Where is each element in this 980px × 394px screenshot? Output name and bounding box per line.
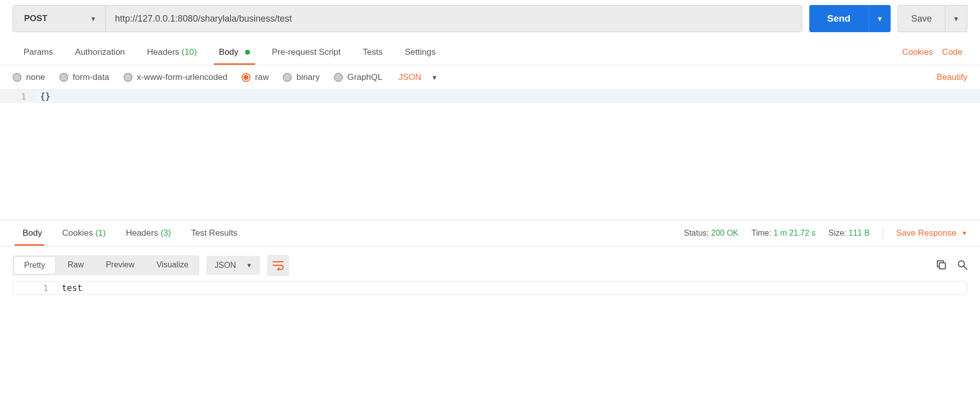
body-type-formdata-label: form-data — [73, 72, 109, 82]
line-number: 1 — [13, 283, 58, 293]
tab-settings[interactable]: Settings — [394, 40, 446, 64]
svg-rect-1 — [939, 263, 945, 269]
url-input[interactable] — [106, 6, 802, 32]
modified-dot-icon — [245, 50, 250, 55]
save-button[interactable]: Save — [898, 5, 945, 32]
body-type-formdata[interactable]: form-data — [59, 72, 109, 82]
response-tab-cookies-count: (1) — [95, 228, 106, 238]
send-button[interactable]: Send — [809, 5, 869, 32]
request-body-editor[interactable]: 1 {} — [0, 90, 980, 220]
response-language-label: JSON — [214, 261, 236, 270]
view-visualize[interactable]: Visualize — [146, 255, 200, 275]
radio-selected-icon — [241, 73, 251, 82]
save-response-label: Save Response — [896, 228, 956, 238]
chevron-down-icon: ▼ — [431, 74, 438, 81]
chevron-down-icon: ▼ — [90, 15, 96, 23]
tab-body[interactable]: Body — [208, 40, 261, 64]
time-value: 1 m 21.72 s — [774, 229, 816, 237]
status-value: 200 OK — [711, 229, 739, 237]
response-tab-body[interactable]: Body — [13, 221, 52, 245]
svg-line-3 — [964, 266, 967, 269]
tab-params[interactable]: Params — [13, 40, 64, 64]
body-type-xwww-label: x-www-form-urlencoded — [137, 72, 227, 82]
response-tab-testresults[interactable]: Test Results — [181, 221, 248, 245]
chevron-down-icon: ▼ — [961, 230, 967, 237]
radio-icon — [124, 73, 133, 82]
view-preview[interactable]: Preview — [95, 255, 146, 275]
size-value: 111 B — [848, 229, 870, 237]
status-label: Status: — [684, 229, 709, 237]
body-type-binary[interactable]: binary — [283, 72, 319, 82]
chevron-down-icon: ▼ — [246, 262, 252, 269]
search-icon — [957, 260, 967, 270]
body-language-label: JSON — [399, 72, 421, 82]
time-group: Time: 1 m 21.72 s — [752, 229, 815, 238]
response-body-editor[interactable]: 1 test — [13, 281, 967, 295]
tab-headers[interactable]: Headers (10) — [136, 40, 208, 64]
save-response-button[interactable]: Save Response ▼ — [896, 228, 967, 238]
body-type-graphql-label: GraphQL — [347, 72, 383, 82]
body-language-select[interactable]: JSON ▼ — [399, 72, 438, 82]
response-tab-cookies-label: Cookies — [62, 228, 93, 238]
line-number: 1 — [0, 92, 35, 102]
copy-icon — [936, 260, 946, 270]
size-group: Size: 111 B — [828, 229, 870, 238]
divider — [883, 227, 883, 240]
time-label: Time: — [752, 229, 771, 237]
tab-headers-count: (10) — [182, 47, 197, 57]
response-language-select[interactable]: JSON ▼ — [206, 256, 260, 275]
body-type-raw[interactable]: raw — [241, 72, 269, 82]
body-type-raw-label: raw — [255, 72, 269, 82]
beautify-link[interactable]: Beautify — [937, 72, 967, 82]
radio-icon — [13, 73, 22, 82]
response-tab-headers[interactable]: Headers (3) — [116, 221, 181, 245]
wrap-lines-button[interactable] — [267, 255, 289, 276]
code-line: {} — [35, 91, 50, 102]
method-select[interactable]: POST ▼ — [13, 6, 106, 32]
search-button[interactable] — [957, 260, 967, 271]
code-line: test — [58, 283, 967, 293]
radio-icon — [59, 73, 68, 82]
response-tab-headers-count: (3) — [161, 228, 171, 238]
radio-icon — [334, 73, 343, 82]
response-tab-cookies[interactable]: Cookies (1) — [52, 221, 116, 245]
tab-body-label: Body — [219, 47, 238, 57]
view-raw[interactable]: Raw — [57, 255, 95, 275]
view-pretty[interactable]: Pretty — [14, 256, 56, 274]
body-type-xwww[interactable]: x-www-form-urlencoded — [124, 72, 227, 82]
tab-tests[interactable]: Tests — [352, 40, 394, 64]
body-type-graphql[interactable]: GraphQL — [334, 72, 383, 82]
svg-point-2 — [958, 261, 964, 267]
response-tab-headers-label: Headers — [126, 228, 158, 238]
radio-icon — [283, 73, 292, 82]
save-dropdown[interactable]: ▼ — [945, 5, 967, 32]
cookies-link[interactable]: Cookies — [902, 47, 933, 57]
body-type-none[interactable]: none — [13, 72, 45, 82]
body-type-binary-label: binary — [296, 72, 319, 82]
tab-headers-label: Headers — [147, 47, 179, 57]
code-link[interactable]: Code — [942, 47, 962, 57]
tab-prerequest[interactable]: Pre-request Script — [261, 40, 352, 64]
tab-authorization[interactable]: Authorization — [64, 40, 136, 64]
status-group: Status: 200 OK — [684, 229, 739, 238]
size-label: Size: — [828, 229, 846, 237]
wrap-icon — [273, 260, 284, 270]
method-label: POST — [24, 14, 47, 24]
copy-button[interactable] — [936, 260, 946, 271]
body-type-none-label: none — [26, 72, 45, 82]
send-dropdown[interactable]: ▼ — [869, 5, 891, 32]
